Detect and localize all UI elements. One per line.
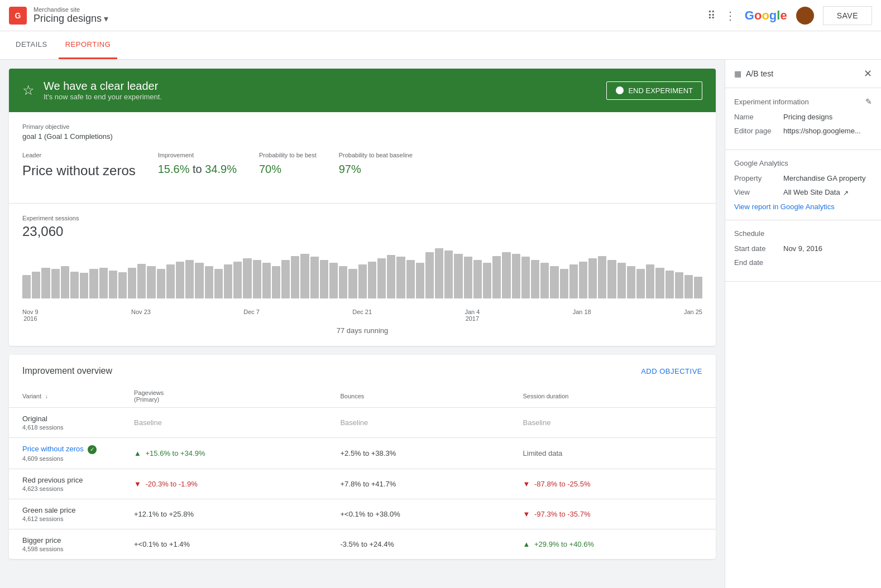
right-panel: ▦ A/B test ✕ Experiment information ✎ Na… bbox=[725, 60, 881, 588]
chart-bar bbox=[291, 256, 299, 298]
duration-cell: Limited data bbox=[510, 438, 716, 469]
probability-best-stat: Probability to be best 70% bbox=[259, 152, 317, 179]
chart-bar bbox=[607, 260, 616, 298]
schedule-header: Schedule bbox=[734, 229, 872, 238]
end-date-row: End date bbox=[734, 258, 872, 267]
chart-bar bbox=[512, 254, 520, 298]
panel-header: ▦ A/B test ✕ bbox=[725, 60, 881, 88]
x-label-5: Jan 42017 bbox=[465, 309, 480, 322]
bounces-range: +7.8% to +41.7% bbox=[340, 480, 396, 488]
col-pageviews: Pageviews(Primary) bbox=[121, 385, 327, 408]
add-objective-button[interactable]: ADD OBJECTIVE bbox=[641, 367, 702, 375]
duration-cell: ▲ +29.9% to +40.6% bbox=[510, 529, 716, 559]
chart-bars bbox=[22, 248, 702, 298]
chart-running-label: 77 days running bbox=[22, 326, 702, 335]
banner-left: ☆ We have a clear leader It's now safe t… bbox=[22, 80, 162, 101]
improvement-table: Variant ↓ Pageviews(Primary) Bounces Ses… bbox=[9, 385, 716, 559]
variant-name-leader[interactable]: Price without zeros ✓ bbox=[22, 445, 107, 454]
up-arrow-icon: ▲ bbox=[523, 540, 530, 548]
chart-bar bbox=[358, 264, 367, 298]
variant-sessions: 4,623 sessions bbox=[22, 485, 107, 492]
experiment-info-section: Experiment information ✎ Name Pricing de… bbox=[725, 88, 881, 150]
chart-bar bbox=[454, 254, 462, 298]
variant-cell: Red previous price 4,623 sessions bbox=[9, 469, 121, 499]
chart-bar bbox=[339, 266, 347, 298]
banner-text: We have a clear leader It's now safe to … bbox=[44, 80, 162, 101]
start-date-row: Start date Nov 9, 2016 bbox=[734, 244, 872, 253]
chart-bar bbox=[684, 275, 693, 298]
chart-bar bbox=[176, 262, 184, 298]
primary-objective-value: goal 1 (Goal 1 Completions) bbox=[22, 132, 702, 141]
end-experiment-button[interactable]: END EXPERIMENT bbox=[606, 81, 702, 100]
col-duration: Session duration bbox=[510, 385, 716, 408]
app-title: Pricing designs ▾ bbox=[33, 13, 108, 25]
pageviews-range: +12.1% to +25.8% bbox=[134, 510, 194, 518]
chart-bar bbox=[579, 262, 587, 298]
improvement-high: 34.9% bbox=[205, 163, 237, 175]
down-arrow-icon: ▼ bbox=[523, 510, 530, 518]
chart-bar bbox=[118, 272, 127, 298]
user-avatar[interactable] bbox=[796, 7, 814, 25]
banner-title: We have a clear leader bbox=[44, 80, 162, 93]
results-card: ☆ We have a clear leader It's now safe t… bbox=[9, 69, 716, 346]
edit-icon[interactable]: ✎ bbox=[865, 97, 872, 106]
bounces-range: +2.5% to +38.3% bbox=[340, 449, 396, 457]
top-bar-right: ⠿ ⋮ Google SAVE bbox=[707, 6, 872, 25]
app-icon: G bbox=[9, 7, 27, 25]
chart-bar bbox=[540, 263, 549, 298]
chart-bar bbox=[166, 264, 175, 298]
grid-icon[interactable]: ⠿ bbox=[707, 9, 716, 22]
chart-bar bbox=[492, 256, 501, 298]
view-report-link[interactable]: View report in Google Analytics bbox=[734, 203, 872, 211]
chart-bar bbox=[233, 262, 242, 298]
start-date-value: Nov 9, 2016 bbox=[783, 244, 822, 253]
editor-page-row: Editor page https://shop.googleme... bbox=[734, 127, 872, 135]
col-bounces: Bounces bbox=[327, 385, 509, 408]
bounces-cell: +2.5% to +38.3% bbox=[327, 438, 509, 469]
view-label: View bbox=[734, 188, 779, 197]
property-row: Property Merchandise GA property bbox=[734, 174, 872, 182]
chart-bar bbox=[444, 250, 453, 298]
more-icon[interactable]: ⋮ bbox=[725, 9, 736, 22]
duration-cell: ▼ -97.3% to -35.7% bbox=[510, 499, 716, 529]
editor-page-value: https://shop.googleme... bbox=[783, 127, 861, 135]
duration-range: +29.9% to +40.6% bbox=[534, 540, 594, 548]
duration-limited: Limited data bbox=[523, 449, 563, 457]
variant-sessions: 4,609 sessions bbox=[22, 455, 107, 462]
improvement-header: Improvement overview ADD OBJECTIVE bbox=[9, 355, 716, 385]
property-value: Merchandise GA property bbox=[783, 174, 865, 182]
dropdown-icon[interactable]: ▾ bbox=[104, 13, 108, 24]
chart-bar bbox=[473, 260, 482, 298]
leader-badge: ✓ bbox=[88, 445, 97, 454]
sort-icon[interactable]: ↓ bbox=[45, 393, 48, 399]
chart-bar bbox=[675, 272, 683, 298]
chart-bar bbox=[51, 269, 60, 298]
pageviews-cell: ▲ +15.6% to +34.9% bbox=[121, 438, 327, 469]
variant-cell: Original 4,618 sessions bbox=[9, 408, 121, 438]
chart-bar bbox=[147, 266, 155, 298]
tab-reporting[interactable]: REPORTING bbox=[59, 31, 118, 59]
baseline-bounces: Baseline bbox=[340, 418, 368, 427]
chart-bar bbox=[109, 271, 117, 298]
name-row: Name Pricing designs bbox=[734, 113, 872, 121]
chart-bar bbox=[320, 260, 328, 298]
chart-bar bbox=[569, 264, 578, 298]
baseline-pageviews: Baseline bbox=[134, 418, 162, 427]
close-button[interactable]: ✕ bbox=[864, 69, 872, 79]
tab-details[interactable]: DETAILS bbox=[9, 31, 54, 59]
chart-bar bbox=[348, 269, 357, 298]
table-row: Green sale price 4,612 sessions +12.1% t… bbox=[9, 499, 716, 529]
main-layout: ☆ We have a clear leader It's now safe t… bbox=[0, 60, 881, 588]
analytics-section: Google Analytics Property Merchandise GA… bbox=[725, 150, 881, 220]
improvement-title: Improvement overview bbox=[22, 366, 112, 376]
x-label-6: Jan 18 bbox=[573, 309, 591, 322]
chart-bar bbox=[157, 269, 165, 298]
leader-stat: Leader Price without zeros bbox=[22, 152, 136, 179]
down-arrow-icon: ▼ bbox=[134, 480, 141, 488]
variant-name: Red previous price bbox=[22, 476, 107, 484]
save-button[interactable]: SAVE bbox=[823, 6, 872, 25]
chart-bar bbox=[253, 260, 261, 298]
analytics-header: Google Analytics bbox=[734, 159, 872, 167]
chart-bar bbox=[61, 266, 69, 298]
chart-bar bbox=[521, 257, 530, 298]
